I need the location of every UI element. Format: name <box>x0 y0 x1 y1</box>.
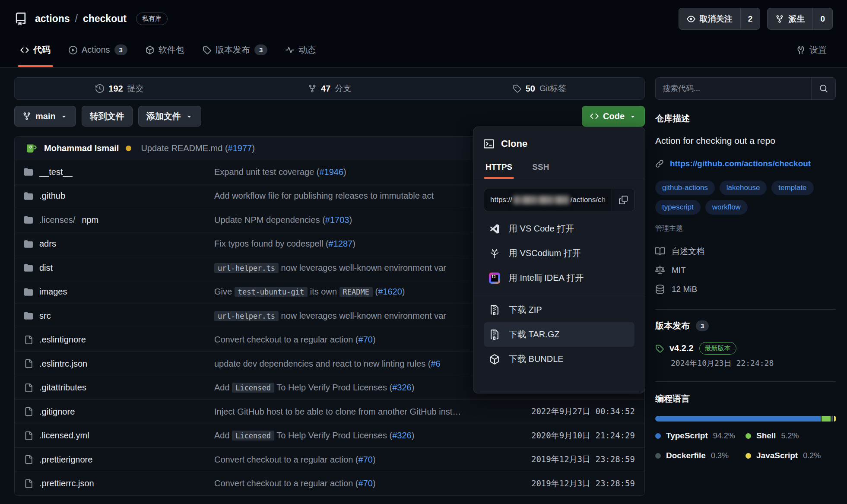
file-commit-message[interactable]: Inject GitHub host to be able to clone f… <box>214 407 497 417</box>
clone-menu-item[interactable]: IJ用 Intellij IDEA 打开 <box>484 266 634 290</box>
commit-author[interactable]: Mohammad Ismail <box>44 143 119 153</box>
pr-link[interactable]: #326 <box>392 383 412 392</box>
tab-play[interactable]: Actions3 <box>63 44 133 66</box>
repo-stat-fork[interactable]: 47分支 <box>225 78 435 99</box>
tab-settings[interactable]: 设置 <box>790 44 833 66</box>
tab-count-badge: 3 <box>114 44 127 55</box>
releases-heading[interactable]: 版本发布 <box>655 320 690 332</box>
pr-link[interactable]: #1977 <box>228 143 252 153</box>
file-commit-message[interactable]: url-helper.ts now leverages well-known e… <box>214 263 497 273</box>
file-commit-message[interactable]: Give test-ubuntu-git its own README (#16… <box>214 287 497 297</box>
file-commit-message[interactable]: update dev dependencies and react to new… <box>214 359 497 369</box>
repo-name-link[interactable]: checkout <box>83 13 127 25</box>
repo-meta-item[interactable]: MIT <box>655 261 836 280</box>
topic-pill[interactable]: lakehouse <box>720 181 767 195</box>
add-file-button[interactable]: 添加文件 <box>138 106 201 127</box>
manage-topics-link[interactable]: 管理主题 <box>655 224 836 233</box>
pr-link[interactable]: #70 <box>358 479 373 488</box>
file-commit-message[interactable]: Add workflow file for publishing release… <box>214 191 497 201</box>
avatar[interactable] <box>24 142 37 155</box>
file-name-link[interactable]: adrs <box>24 239 214 249</box>
search-code-button[interactable] <box>811 78 835 99</box>
topic-pill[interactable]: template <box>771 181 813 195</box>
language-legend-item[interactable]: TypeScript94.2% <box>655 431 745 441</box>
code-icon <box>20 46 29 54</box>
language-legend-item[interactable]: Shell5.2% <box>745 431 836 441</box>
folder-icon <box>24 192 33 200</box>
file-commit-message[interactable]: Update NPM dependencies (#1703) <box>214 215 497 225</box>
file-name-link[interactable]: .eslintignore <box>24 335 214 345</box>
clone-tab-https[interactable]: HTTPS <box>485 162 512 179</box>
repo-owner-link[interactable]: actions <box>35 13 70 25</box>
file-commit-message[interactable]: Convert checkout to a regular action (#7… <box>214 335 497 345</box>
topic-pill[interactable]: typescript <box>655 200 701 215</box>
clone-menu-item[interactable]: 下载 TAR.GZ <box>484 322 634 347</box>
tab-tag[interactable]: 版本发布3 <box>197 44 273 66</box>
clone-menu-item[interactable]: 下载 BUNDLE <box>484 347 634 371</box>
file-commit-message[interactable]: Convert checkout to a regular action (#7… <box>214 455 497 465</box>
message-text: now leverages well-known environment var <box>279 263 446 273</box>
pr-link[interactable]: #326 <box>392 431 412 440</box>
pr-link[interactable]: #6 <box>431 359 440 368</box>
file-name-link[interactable]: .prettierrc.json <box>24 479 214 488</box>
stat-value: 47 <box>321 84 330 94</box>
copy-url-button[interactable] <box>612 189 634 211</box>
message-text: ( <box>373 287 378 296</box>
file-commit-message[interactable]: Fix typos found by codespell (#1287) <box>214 239 497 249</box>
clone-url-input[interactable]: https:///actions/ch <box>484 189 612 211</box>
language-color-dot <box>745 433 751 439</box>
repo-stat-tag[interactable]: 50Git标签 <box>435 78 644 99</box>
clone-menu-item[interactable]: 用 VS Code 打开 <box>484 216 634 241</box>
file-name-link[interactable]: .licenses/npm <box>24 215 214 225</box>
topic-pill[interactable]: github-actions <box>655 181 715 195</box>
language-bar[interactable] <box>655 416 836 422</box>
goto-file-button[interactable]: 转到文件 <box>82 106 133 127</box>
code-button[interactable]: Code <box>582 106 645 127</box>
repo-meta-item[interactable]: 12 MiB <box>655 280 836 299</box>
file-commit-message[interactable]: Expand unit test coverage (#1946) <box>214 167 497 177</box>
file-name-link[interactable]: .eslintrc.json <box>24 359 214 369</box>
branch-selector[interactable]: main <box>14 106 76 127</box>
language-legend-item[interactable]: Dockerfile0.3% <box>655 451 745 460</box>
pr-link[interactable]: #1703 <box>325 215 349 225</box>
file-name-link[interactable]: __test__ <box>24 167 214 177</box>
watchers-count[interactable]: 2 <box>740 8 760 29</box>
commit-status-icon[interactable] <box>126 146 131 151</box>
file-name-link[interactable]: .licensed.yml <box>24 431 214 441</box>
file-name-link[interactable]: .github <box>24 191 214 201</box>
file-name-link[interactable]: src <box>24 311 214 321</box>
pr-link[interactable]: #1620 <box>378 287 402 296</box>
file-name-link[interactable]: .gitignore <box>24 407 214 417</box>
file-name-link[interactable]: dist <box>24 263 214 273</box>
table-row: .prettierrc.jsonConvert checkout to a re… <box>15 472 644 496</box>
unwatch-button[interactable]: 取消关注 2 <box>679 8 761 30</box>
tab-code[interactable]: 代码 <box>14 44 57 66</box>
message-text: Inject GitHub host to be able to clone f… <box>214 407 461 416</box>
file-name-link[interactable]: .gitattributes <box>24 383 214 393</box>
file-commit-message[interactable]: url-helper.ts now leverages well-known e… <box>214 311 497 321</box>
pr-link[interactable]: #70 <box>358 335 373 344</box>
release-version-link[interactable]: v4.2.2 <box>669 343 694 353</box>
repo-stat-history[interactable]: 192提交 <box>15 78 225 99</box>
clone-menu-item[interactable]: 下载 ZIP <box>484 298 634 322</box>
repo-meta-item[interactable]: 自述文档 <box>655 242 836 261</box>
file-commit-message[interactable]: Convert checkout to a regular action (#7… <box>214 479 497 488</box>
tab-pulse[interactable]: 动态 <box>279 44 322 66</box>
clone-tab-ssh[interactable]: SSH <box>532 162 549 179</box>
eye-icon <box>687 15 695 23</box>
fork-button[interactable]: 派生 0 <box>767 8 833 30</box>
file-commit-message[interactable]: Add Licensed To Help Verify Prod License… <box>214 431 497 441</box>
search-code-input[interactable] <box>656 78 811 99</box>
file-name-link[interactable]: images <box>24 287 214 297</box>
topic-pill[interactable]: workflow <box>705 200 748 215</box>
file-commit-message[interactable]: Add Licensed To Help Verify Prod License… <box>214 383 497 393</box>
pr-link[interactable]: #1946 <box>319 167 343 177</box>
pr-link[interactable]: #70 <box>358 455 373 464</box>
file-name-link[interactable]: .prettierignore <box>24 455 214 465</box>
pr-link[interactable]: #1287 <box>329 239 353 248</box>
clone-menu-item[interactable]: 用 VSCodium 打开 <box>484 241 634 266</box>
website-link[interactable]: https://github.com/actions/checkout <box>670 159 811 168</box>
tab-package[interactable]: 软件包 <box>140 44 190 66</box>
language-legend-item[interactable]: JavaScript0.2% <box>745 451 836 460</box>
forks-count[interactable]: 0 <box>812 8 832 29</box>
